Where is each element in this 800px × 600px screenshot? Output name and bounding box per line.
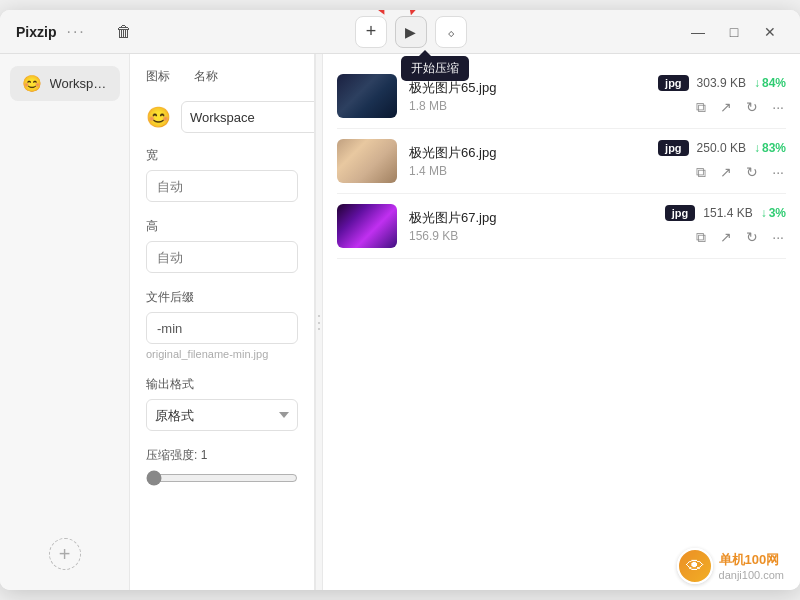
format-label: 输出格式: [146, 376, 298, 393]
file-compressed-size-3: 151.4 KB: [703, 206, 752, 220]
icon-header-label: 图标: [146, 68, 170, 85]
watermark-text-block: 单机100网 danji100.com: [719, 551, 784, 581]
sidebar: 😊 Workspa... +: [0, 54, 130, 590]
settings-workspace-emoji[interactable]: 😊: [146, 105, 171, 129]
file-actions-3: ⧉ ↗ ↻ ···: [694, 227, 786, 248]
file-item-3: 极光图片67.jpg 156.9 KB jpg 151.4 KB ↓ 3% ⧉: [337, 194, 786, 259]
file-ratio-2: ↓ 83%: [754, 141, 786, 155]
workspace-name-input[interactable]: [181, 101, 315, 133]
main-area: 😊 Workspa... + 图标 名称 😊 宽: [0, 54, 800, 590]
app-window: Pixzip ··· 🗑 + ▶ 开始压缩: [0, 10, 800, 590]
file-list-panel: 极光图片65.jpg 1.8 MB jpg 303.9 KB ↓ 84% ⧉: [323, 54, 800, 590]
sidebar-bottom: +: [49, 538, 81, 578]
file-thumb-1: [337, 74, 397, 118]
watermark-logo-icon: 👁: [686, 556, 704, 577]
suffix-input[interactable]: [146, 312, 298, 344]
suffix-label: 文件后缀: [146, 289, 298, 306]
open-button-3[interactable]: ↗: [718, 227, 734, 247]
sidebar-workspace-label: Workspa...: [50, 76, 108, 91]
file-info-2: 极光图片66.jpg 1.4 MB: [409, 144, 646, 178]
quality-label: 压缩强度: 1: [146, 447, 298, 464]
file-actions-2: ⧉ ↗ ↻ ···: [694, 162, 786, 183]
format-field-group: 输出格式 原格式 JPG PNG WebP: [146, 376, 298, 431]
file-actions-1: ⧉ ↗ ↻ ···: [694, 97, 786, 118]
file-info-3: 极光图片67.jpg 156.9 KB: [409, 209, 653, 243]
refresh-button-3[interactable]: ↻: [744, 227, 760, 247]
watermark: 👁 单机100网 danji100.com: [677, 548, 784, 584]
minimize-icon: —: [691, 24, 705, 40]
titlebar-left: Pixzip ···: [16, 23, 86, 41]
file-meta-1: jpg 303.9 KB ↓ 84% ⧉ ↗ ↻ ···: [658, 75, 786, 118]
arrow-down-icon-2: ↓: [754, 141, 760, 155]
watermark-url: danji100.com: [719, 569, 784, 581]
field-header: 图标 名称: [146, 68, 298, 91]
more-button-1[interactable]: ···: [770, 97, 786, 117]
file-meta-3: jpg 151.4 KB ↓ 3% ⧉ ↗ ↻ ···: [665, 205, 786, 248]
close-button[interactable]: ✕: [756, 18, 784, 46]
file-original-size-2: 1.4 MB: [409, 164, 646, 178]
width-input[interactable]: [146, 170, 298, 202]
height-input[interactable]: [146, 241, 298, 273]
watermark-logo: 👁: [677, 548, 713, 584]
file-name-2: 极光图片66.jpg: [409, 144, 646, 162]
file-badge-1: jpg: [658, 75, 689, 91]
file-thumb-3: [337, 204, 397, 248]
file-thumb-2: [337, 139, 397, 183]
file-item-1: 极光图片65.jpg 1.8 MB jpg 303.9 KB ↓ 84% ⧉: [337, 64, 786, 129]
workspace-name-row: 😊: [146, 101, 298, 133]
file-badge-3: jpg: [665, 205, 696, 221]
format-select[interactable]: 原格式 JPG PNG WebP: [146, 399, 298, 431]
resize-handle[interactable]: ⋮: [315, 54, 323, 590]
width-field-group: 宽: [146, 147, 298, 202]
add-file-button[interactable]: +: [355, 16, 387, 48]
suffix-hint: original_filename-min.jpg: [146, 348, 298, 360]
watermark-name: 单机100网: [719, 551, 784, 569]
file-badge-2: jpg: [658, 140, 689, 156]
add-icon: +: [59, 543, 71, 566]
delete-button[interactable]: 🗑: [110, 18, 138, 46]
file-name-3: 极光图片67.jpg: [409, 209, 653, 227]
file-name-1: 极光图片65.jpg: [409, 79, 646, 97]
titlebar: Pixzip ··· 🗑 + ▶ 开始压缩: [0, 10, 800, 54]
refresh-button-2[interactable]: ↻: [744, 162, 760, 182]
file-original-size-3: 156.9 KB: [409, 229, 653, 243]
file-ratio-1: ↓ 84%: [754, 76, 786, 90]
quality-slider[interactable]: [146, 470, 298, 486]
file-meta-2: jpg 250.0 KB ↓ 83% ⧉ ↗ ↻ ···: [658, 140, 786, 183]
height-label: 高: [146, 218, 298, 235]
height-field-group: 高: [146, 218, 298, 273]
open-button-2[interactable]: ↗: [718, 162, 734, 182]
name-header-label: 名称: [194, 68, 218, 85]
sidebar-item-workspace[interactable]: 😊 Workspa...: [10, 66, 120, 101]
arrow-down-icon-1: ↓: [754, 76, 760, 90]
file-ratio-3: ↓ 3%: [761, 206, 786, 220]
file-item-2: 极光图片66.jpg 1.4 MB jpg 250.0 KB ↓ 83% ⧉: [337, 129, 786, 194]
refresh-button-1[interactable]: ↻: [744, 97, 760, 117]
run-button-container: ▶ 开始压缩: [395, 16, 427, 48]
clear-button[interactable]: ⬦: [435, 16, 467, 48]
file-compressed-size-2: 250.0 KB: [697, 141, 746, 155]
minimize-button[interactable]: —: [684, 18, 712, 46]
copy-button-3[interactable]: ⧉: [694, 227, 708, 248]
quality-field-group: 压缩强度: 1: [146, 447, 298, 490]
more-button-3[interactable]: ···: [770, 227, 786, 247]
more-button-2[interactable]: ···: [770, 162, 786, 182]
file-meta-top-3: jpg 151.4 KB ↓ 3%: [665, 205, 786, 221]
settings-panel: 图标 名称 😊 宽 高 文件后缀 original_fi: [130, 54, 315, 590]
run-compress-button[interactable]: ▶: [395, 16, 427, 48]
erase-icon: ⬦: [447, 24, 455, 40]
workspace-emoji: 😊: [22, 74, 42, 93]
plus-icon: +: [366, 21, 377, 42]
copy-button-1[interactable]: ⧉: [694, 97, 708, 118]
width-label: 宽: [146, 147, 298, 164]
maximize-button[interactable]: □: [720, 18, 748, 46]
file-compressed-size-1: 303.9 KB: [697, 76, 746, 90]
add-workspace-button[interactable]: +: [49, 538, 81, 570]
suffix-field-group: 文件后缀 original_filename-min.jpg: [146, 289, 298, 360]
arrow-down-icon-3: ↓: [761, 206, 767, 220]
copy-button-2[interactable]: ⧉: [694, 162, 708, 183]
open-button-1[interactable]: ↗: [718, 97, 734, 117]
app-menu-dots[interactable]: ···: [66, 23, 85, 41]
file-info-1: 极光图片65.jpg 1.8 MB: [409, 79, 646, 113]
window-controls: — □ ✕: [684, 18, 784, 46]
